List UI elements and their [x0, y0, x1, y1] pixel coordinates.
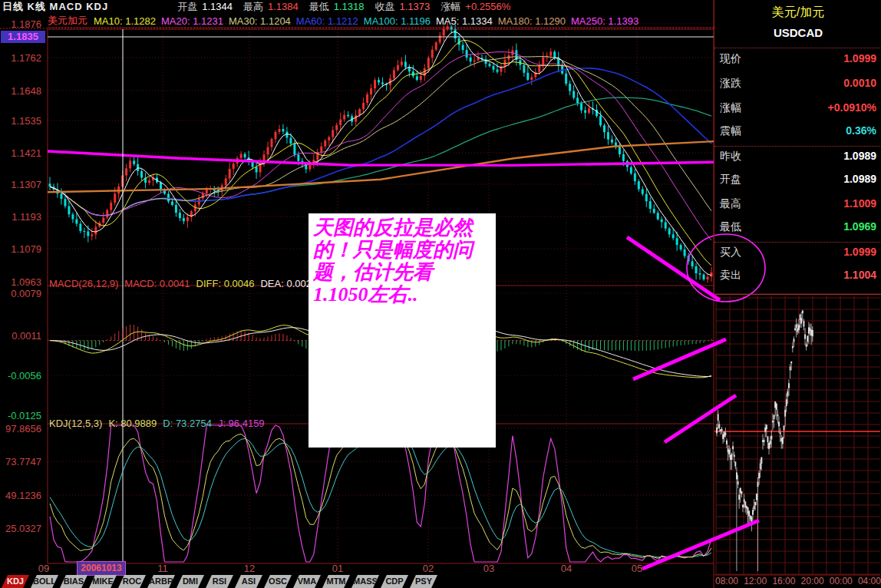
kdj-axis-label: 25.0327	[5, 523, 41, 534]
ohlc-field: 最低1.1318	[309, 0, 365, 14]
tab-mass[interactable]: MASS	[351, 575, 379, 588]
macd-axis-label: 0.0079	[11, 288, 41, 299]
quote-row: 卖出1.1004	[714, 269, 881, 284]
macd-axis-label: 0.0011	[12, 330, 41, 342]
price-axis-label: 1.1307	[11, 179, 41, 190]
kdj-legend-bar: KDJ(12,5,3)K: 80.9889D: 73.2754J: 96.415…	[49, 418, 271, 429]
annotation-text: 天图的反拉是必然 的！只是幅度的问 题，估计先看 1.1050左右..	[313, 216, 491, 306]
tab-arbr[interactable]: ARBR	[147, 575, 175, 588]
price-axis-highlight: 1.1835	[1, 31, 45, 43]
price-axis-label: 1.1421	[11, 147, 41, 159]
macd-legend-bar: MACD(26,12,9)MACD: 0.0041DIFF: 0.0046DEA…	[49, 278, 323, 289]
time-axis-label: 03	[483, 563, 494, 574]
mini-time-label: 00:00	[830, 576, 853, 586]
date-axis-highlight: 20061013	[77, 561, 126, 576]
symbol-label: 美元加元	[48, 14, 87, 28]
price-axis-label: 1.1079	[11, 243, 41, 255]
mini-time-label: 12:00	[744, 576, 767, 586]
tab-asi[interactable]: ASI	[235, 575, 262, 588]
kdj-legend-item: K: 80.9889	[108, 418, 157, 429]
ma-legend-item: MA10: 1.1282	[94, 15, 156, 27]
time-axis-label: 09	[38, 563, 49, 574]
quote-row: 最高1.1009	[714, 197, 881, 213]
price-axis-label: 1.0963	[11, 276, 41, 288]
ma-legend-item: MA20: 1.1231	[161, 15, 223, 27]
quote-row: 昨收1.0989	[714, 150, 881, 165]
quote-row: 现价1.0999	[714, 52, 881, 68]
quote-row: 最低1.0969	[714, 220, 881, 236]
quote-row: 涨幅+0.0910%	[714, 101, 881, 117]
time-axis-label: 11	[157, 563, 168, 574]
kdj-axis-label: 49.1236	[5, 490, 41, 501]
tab-dmi[interactable]: DMI	[177, 575, 204, 588]
ohlc-field: 最高1.1384	[243, 0, 299, 14]
tab-rsi[interactable]: RSI	[206, 575, 233, 588]
ma-legend-bar: 美元加元 MA10: 1.1282MA20: 1.1231MA30: 1.120…	[48, 15, 715, 28]
indicator-tab-bar: KDJBOLLBIASMIKEROCARBRDMIRSIASIOSCVMAMTM…	[2, 575, 454, 588]
ohlc-field: 开盘1.1344	[177, 0, 233, 14]
quote-divider	[714, 146, 881, 147]
price-axis: 1.18761.17621.16481.15351.14211.13071.11…	[0, 0, 45, 568]
price-axis-label: 1.1762	[11, 52, 41, 64]
ma-legend-item: MA100: 1.1196	[364, 15, 431, 27]
time-axis-label: 05	[632, 563, 642, 574]
tab-vma[interactable]: VMA	[293, 575, 321, 588]
kdj-legend-item: D: 73.2754	[163, 418, 212, 429]
tab-mike[interactable]: MIKE	[89, 575, 117, 588]
ma-legend-item: MA60: 1.1212	[296, 15, 358, 27]
tab-mtm[interactable]: MTM	[322, 575, 350, 588]
tab-kdj[interactable]: KDJ	[2, 575, 29, 588]
time-axis-label: 04	[561, 563, 572, 574]
macd-axis-label: -0.0056	[8, 370, 41, 382]
ma-legend-item: MA180: 1.1290	[498, 15, 566, 27]
ohlc-field: 涨幅+0.2556%	[440, 0, 510, 14]
tab-bias[interactable]: BIAS	[60, 575, 87, 588]
quote-row: 买入1.0999	[714, 246, 881, 261]
annotation-box: 天图的反拉是必然 的！只是幅度的问 题，估计先看 1.1050左右..	[309, 213, 496, 448]
quote-row: 震幅0.36%	[714, 124, 881, 140]
kdj-param: KDJ(12,5,3)	[49, 418, 102, 429]
mini-chart-time-axis: 08:0012:0016:0020:0000:0004:00	[715, 576, 881, 586]
quote-divider	[714, 48, 881, 48]
tab-psy[interactable]: PSY	[410, 575, 437, 588]
macd-param: MACD(26,12,9)	[49, 278, 118, 289]
kdj-legend-item: J: 96.4159	[218, 418, 265, 429]
top-bar: 日线 K线 MACD KDJ 开盘1.1344最高1.1384最低1.1318收…	[0, 0, 714, 14]
time-axis-label: 02	[423, 563, 434, 574]
tab-roc[interactable]: ROC	[118, 575, 146, 588]
ohlc-summary: 开盘1.1344最高1.1384最低1.1318收盘1.1373涨幅+0.255…	[177, 0, 510, 14]
tab-cdp[interactable]: CDP	[381, 575, 408, 588]
ma-legend-item: MA250: 1.1393	[571, 15, 638, 27]
tab-boll[interactable]: BOLL	[31, 575, 58, 588]
mini-time-label: 04:00	[858, 576, 881, 586]
quote-title: 美元/加元	[714, 5, 881, 21]
mini-time-label: 20:00	[801, 576, 824, 586]
macd-axis-label: -0.0125	[8, 410, 41, 421]
price-axis-label: 1.1876	[11, 18, 41, 30]
macd-legend-item: MACD: 0.0041	[124, 278, 190, 289]
quote-code: USDCAD	[714, 26, 881, 39]
price-axis-label: 1.1193	[12, 211, 41, 223]
ma-legend-item: MA30: 1.1204	[229, 15, 291, 27]
time-axis-label: 12	[244, 563, 255, 574]
kdj-axis-label: 97.8656	[5, 423, 41, 434]
time-axis-label: 01	[332, 563, 343, 574]
macd-legend-item: DIFF: 0.0046	[196, 278, 255, 289]
quote-divider	[714, 242, 881, 243]
kdj-axis-label: 73.7747	[5, 456, 41, 467]
tab-osc[interactable]: OSC	[264, 575, 292, 588]
ohlc-field: 收盘1.1373	[375, 0, 431, 14]
mini-time-label: 08:00	[715, 576, 738, 586]
quote-panel: 美元/加元 USDCAD 现价1.0999涨跌0.0010涨幅+0.0910%震…	[714, 0, 881, 295]
trading-terminal: 日线 K线 MACD KDJ 开盘1.1344最高1.1384最低1.1318收…	[0, 0, 881, 588]
quote-row: 开盘1.0989	[714, 173, 881, 188]
price-axis-label: 1.1648	[11, 85, 41, 97]
price-axis-label: 1.1535	[11, 115, 41, 127]
quote-row: 涨跌0.0010	[714, 77, 881, 92]
mini-time-label: 16:00	[772, 576, 795, 586]
ma-legend-item: MA5: 1.1334	[436, 15, 493, 27]
